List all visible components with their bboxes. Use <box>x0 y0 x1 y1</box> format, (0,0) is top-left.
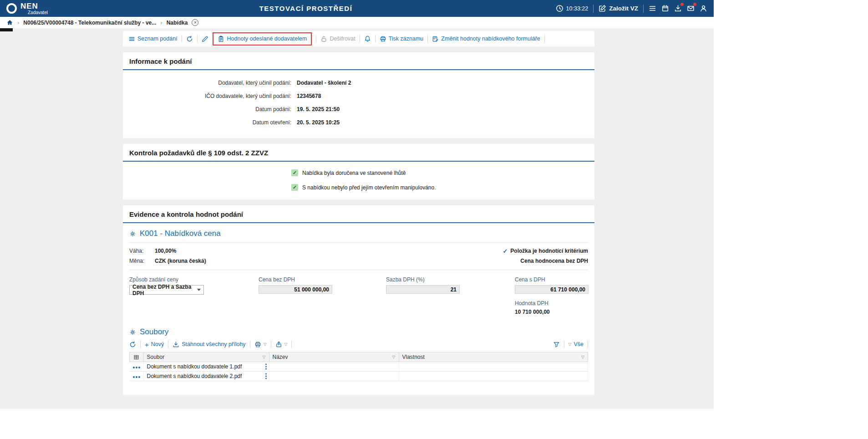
refresh-button[interactable] <box>186 36 193 42</box>
sazba-input[interactable] <box>386 285 460 294</box>
messages-button[interactable] <box>687 5 695 12</box>
cell-soubor: Dokument s nabídkou dodavatele 1.pdf <box>143 362 269 372</box>
field-value: 20. 5. 2025 10:25 <box>297 119 340 126</box>
refresh-icon <box>186 36 193 42</box>
field-label: Dodavatel, který učinil podání: <box>129 80 291 86</box>
nen-brand[interactable]: NEN Zadavatel <box>6 2 48 15</box>
vaha-value: 100,00% <box>155 248 176 254</box>
row-menu-cell <box>130 372 144 381</box>
row-menu-cell <box>130 362 144 372</box>
chevron-down-icon: ▽ <box>569 342 572 347</box>
page-content: Seznam podání Hodnoty odeslané dodavatel… <box>0 28 714 409</box>
session-clock: 10:33:22 <box>556 5 589 12</box>
column-header-nazev[interactable]: Název ▽ <box>269 352 399 362</box>
column-filter-icon[interactable]: ▽ <box>392 355 396 359</box>
file-name[interactable]: Dokument s nabídkou dodavatele 1.pdf <box>147 363 242 370</box>
grid-icon <box>133 354 139 360</box>
files-print-button[interactable]: ▽ <box>254 341 267 348</box>
downloads-button[interactable] <box>674 5 682 12</box>
cena-s-label: Cena s DPH <box>515 276 588 283</box>
topbar: NEN Zadavatel TESTOVACÍ PROSTŘEDÍ 10:33:… <box>0 0 714 17</box>
field-datum-podani: Datum podání: 19. 5. 2025 21:50 <box>129 102 588 116</box>
row-menu-icon[interactable] <box>133 376 140 378</box>
files-icon <box>129 329 136 336</box>
kriterium-title: K001 - Nabídková cena <box>140 229 221 238</box>
column-header-soubor[interactable]: Soubor ▽ <box>143 352 269 362</box>
vse-dropdown[interactable]: ▽ Vše <box>569 341 584 347</box>
user-profile-button[interactable] <box>700 5 707 12</box>
breadcrumb-item-procurement[interactable]: N006/25/V00004748 - Telekomunikační služ… <box>23 20 156 26</box>
filter-button[interactable] <box>553 341 560 348</box>
mena-value: CZK (koruna česká) <box>155 258 206 264</box>
file-name[interactable]: Dokument s nabídkou dodavatele 2.pdf <box>147 373 242 379</box>
header-select-column[interactable] <box>130 352 144 362</box>
files-export-button[interactable]: ▽ <box>275 341 288 348</box>
table-row[interactable]: Dokument s nabídkou dodavatele 2.pdf <box>130 372 588 381</box>
download-icon <box>173 341 179 348</box>
cell-vlastnost <box>399 362 588 372</box>
zpusob-label: Způsob zadání ceny <box>129 276 259 283</box>
vaha-row: Váha: 100,00% ✓ Položka je hodnotící kri… <box>129 246 588 256</box>
cena-bez-input[interactable] <box>259 285 332 294</box>
tisk-zaznamu-button[interactable]: Tisk záznamu <box>380 36 424 42</box>
cena-bez-dph-field: Cena bez DPH <box>259 276 386 315</box>
export-icon <box>275 341 282 348</box>
vse-label: Vše <box>574 341 584 347</box>
column-label: Název <box>273 354 288 360</box>
column-filter-icon[interactable]: ▽ <box>581 355 584 359</box>
stahnout-prilohy-button[interactable]: Stáhnout všechny přílohy <box>173 341 245 348</box>
table-row[interactable]: Dokument s nabídkou dodavatele 1.pdf <box>130 362 588 372</box>
toolbar-separator <box>360 35 360 42</box>
note-cena-bez-dph: Cena hodnocena bez DPH <box>520 258 588 264</box>
mena-row: Měna: CZK (koruna česká) Cena hodnocena … <box>129 256 588 266</box>
pencil-icon <box>202 36 208 42</box>
notifications-button[interactable] <box>364 36 371 42</box>
cell-soubor: Dokument s nabídkou dodavatele 2.pdf <box>143 372 269 381</box>
column-filter-icon[interactable]: ▽ <box>263 355 266 359</box>
check-success-icon: ✓ <box>291 169 298 176</box>
check-row-manipulace: ✓ S nabídkou nebylo před jejím otevřením… <box>291 184 588 191</box>
calendar-button[interactable] <box>661 5 669 12</box>
home-button[interactable] <box>6 19 13 26</box>
hodnota-dph-field: Hodnota DPH 10 710 000,00 <box>515 300 588 315</box>
breadcrumb-item-nabidka[interactable]: Nabídka <box>167 20 188 26</box>
files-refresh-button[interactable] <box>129 341 136 348</box>
nen-logo <box>6 3 17 14</box>
kebab-icon[interactable] <box>265 364 267 370</box>
form-edit-icon <box>432 36 439 42</box>
novy-label: Nový <box>151 341 164 347</box>
edit-record-button[interactable] <box>202 36 208 42</box>
kriterium-heading: K001 - Nabídková cena <box>129 223 588 243</box>
close-icon: × <box>194 20 197 25</box>
column-header-vlastnost[interactable]: Vlastnost ▽ <box>399 352 588 362</box>
kebab-icon[interactable] <box>265 373 267 379</box>
unlock-icon <box>320 36 327 42</box>
zpusob-selected-value: Cena bez DPH a Sazba DPH <box>132 284 197 296</box>
cena-s-input[interactable] <box>515 285 589 294</box>
section-title: Informace k podání <box>123 52 594 70</box>
create-vz-button[interactable]: Založit VZ <box>599 5 638 12</box>
toolbar-separator <box>168 341 168 348</box>
row-menu-icon[interactable] <box>133 367 140 368</box>
note-text: Cena hodnocena bez DPH <box>520 258 588 264</box>
kriterium-summary: Váha: 100,00% ✓ Položka je hodnotící kri… <box>129 243 588 270</box>
zmenit-hodnoty-button[interactable]: Změnit hodnoty nabídkového formuláře <box>432 36 540 42</box>
note-text: Položka je hodnotící kritérium <box>510 248 588 254</box>
edit-icon <box>599 5 606 12</box>
seznam-podani-button[interactable]: Seznam podání <box>128 36 178 42</box>
novy-button[interactable]: + Nový <box>145 341 164 348</box>
calendar-icon <box>661 5 669 12</box>
close-tab-button[interactable]: × <box>192 19 198 26</box>
zpusob-select[interactable]: Cena bez DPH a Sazba DPH <box>129 285 204 295</box>
main-menu-button[interactable] <box>649 5 656 12</box>
price-form: Způsob zadání ceny Cena bez DPH a Sazba … <box>129 276 588 315</box>
check-text: Nabídka byla doručena ve stanovené lhůtě <box>302 170 406 176</box>
hodnoty-odeslane-button[interactable]: Hodnoty odeslané dodavatelem <box>213 32 312 46</box>
toolbar-separator <box>544 35 545 42</box>
topbar-actions: 10:33:22 Založit VZ <box>556 5 707 13</box>
field-value: 19. 5. 2025 21:50 <box>297 106 340 112</box>
brand-subtitle: Zadavatel <box>28 10 48 15</box>
toolbar-separator <box>316 35 316 42</box>
desifrovat-button[interactable]: Dešifrovat <box>320 36 355 42</box>
toolbar-separator <box>564 341 564 348</box>
